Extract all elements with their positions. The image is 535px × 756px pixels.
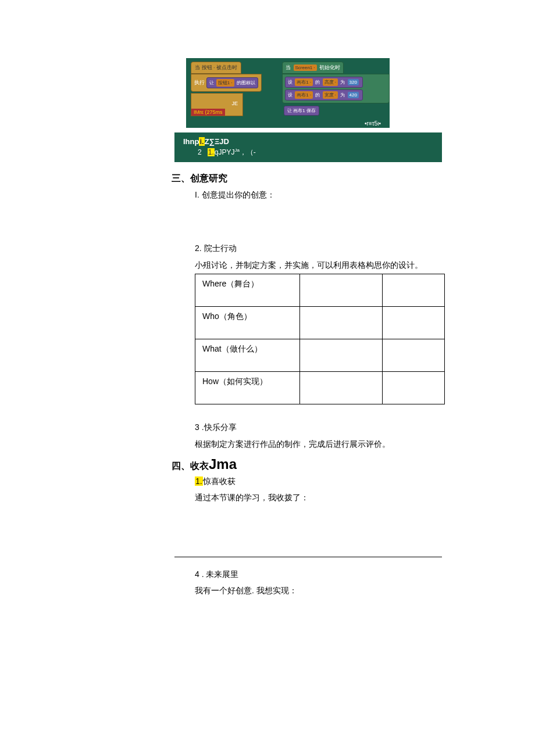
block-save-canvas: 让 画布1 保存 [284,106,319,116]
block-slot: 按钮1 · [216,79,234,87]
table-cell-label: Where（舞台） [195,274,300,307]
block-purple-inner: 让 按钮1 · 的图标以 [206,77,258,88]
blocks-footer-text: •r≡τ5ι• [356,119,390,128]
block-slot-screen: Screen1 · [294,65,317,71]
section-3-heading: 三、创意研究 [172,173,442,185]
code-blocks-area: 当 按钮 · 被点击时 执行 让 按钮1 · 的图标以 当 Screen1 · … [186,58,390,128]
block-group-screen-init: 当 Screen1 · 初始化时 设 画布1 · 的 高度 · 为 320 设 … [282,62,390,103]
section-4-item-1-desc: 通过本节课的学习，我收拨了： [195,491,442,504]
green-bar-line1: Ihnpi.Z∑ΞJD [183,137,436,146]
table-row: How（如何实现） [195,372,445,404]
block-set-height: 设 画布1 · 的 高度 · 为 320 [285,77,363,88]
table-cell [300,274,383,307]
section-3-item-3: 3 .快乐分享 [195,421,442,433]
table-cell-label: What（做什么） [195,339,300,372]
block-body-screen: 设 画布1 · 的 高度 · 为 320 设 画布1 · 的 宽度 · 为 42… [282,74,390,103]
section-4-item-1: 1.惊喜收获 [195,475,442,488]
table-cell [300,372,383,404]
block-set-width: 设 画布1 · 的 宽度 · 为 420 [285,89,363,101]
block-body-button: 执行 让 按钮1 · 的图标以 [191,74,262,92]
table-row: Where（舞台） [195,274,445,307]
highlight: 1. [195,476,203,486]
table-cell-label: Who（角色） [195,307,300,339]
block-hat-button: 当 按钮 · 被点击时 [191,62,241,74]
table-cell [300,339,383,372]
table-cell [382,307,444,339]
section-4-item-2-desc: 我有一个好创意. 我想实现： [195,584,442,597]
table-row: Who（角色） [195,307,445,339]
table-cell-label: How（如何实现） [195,372,300,404]
block-hat-screen: 当 Screen1 · 初始化时 [282,62,344,74]
table-cell [300,307,383,339]
highlight: 1. [208,148,215,156]
table-cell [382,372,444,404]
highlight: i. [199,137,204,146]
section-4-item-2: 4 . 未来展里 [195,568,442,581]
fragment-label-je: JE [231,101,238,106]
block-fragment: JE IMrε (275ms [191,93,243,116]
divider [174,557,442,557]
table-cell [382,339,444,372]
table-row: What（做什么） [195,339,445,372]
green-info-bar: Ihnpi.Z∑ΞJD 2 1.qJPYJJa，（- [174,132,442,162]
section-3-item-2-desc: 小殂讨论，并制定方案，并实施，可以利用表格构思你的设计。 [195,259,442,271]
green-bar-line2: 2 1.qJPYJJa，（- [183,148,436,157]
design-table: Where（舞台） Who（角色） What（做什么） How（如何实现） [195,274,445,404]
block-prefix: 执行 [194,80,205,85]
section-4-big-text: Jma [209,456,237,472]
section-3-item-1: I. 创意提出你的创意： [195,188,442,201]
section-4-heading: 四、收衣Jma [172,456,442,472]
section-3-item-3-desc: 根据制定方案进行作品的制作，完成后进行展示评价。 [195,438,442,450]
fragment-bottom-text: IMrε (275ms [191,109,225,116]
block-group-button-click: 当 按钮 · 被点击时 执行 让 按钮1 · 的图标以 [191,62,262,92]
table-cell [382,274,444,307]
section-3-item-2: 2. 院士行动 [195,242,442,255]
